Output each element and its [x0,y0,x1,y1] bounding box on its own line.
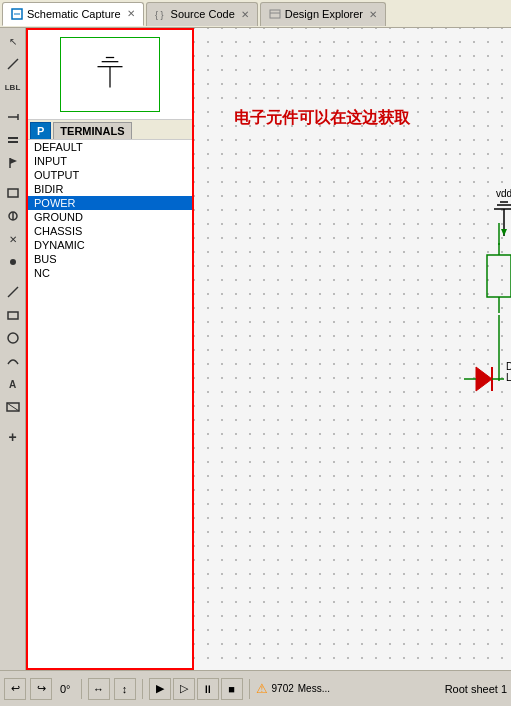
tab-schematic-close[interactable]: ✕ [127,8,135,19]
preview-area [28,30,192,120]
junction-tool-btn[interactable] [2,251,24,273]
vdd-label: vdd [489,188,511,199]
label-tool-btn[interactable]: LBL [2,76,24,98]
circle-tool-btn[interactable] [2,327,24,349]
play-btn[interactable]: ▶ [149,678,171,700]
main-area: ↖ LBL ✕ [0,28,511,706]
tab-schematic-label: Schematic Capture [27,8,121,20]
terminal-nc[interactable]: NC [28,266,192,280]
mirror-btn[interactable]: ↔ [88,678,110,700]
line-tool-btn[interactable] [2,281,24,303]
svg-marker-11 [10,158,17,164]
content-row: ↖ LBL ✕ [0,28,511,670]
design-icon [269,8,281,20]
sep3 [2,274,24,280]
preview-inner [60,37,160,112]
d1-label: D1 [506,361,511,372]
tab-design-close[interactable]: ✕ [369,9,377,20]
svg-line-5 [8,59,18,69]
tab-design[interactable]: Design Explorer ✕ [260,2,386,26]
undo-btn[interactable]: ↩ [4,678,26,700]
terminal-bidir[interactable]: BIDIR [28,182,192,196]
terminal-output[interactable]: OUTPUT [28,168,192,182]
terminal-list[interactable]: DEFAULT INPUT OUTPUT BIDIR POWER GROUND [28,140,192,668]
angle-display: 0° [56,683,75,695]
d1-value: LED-YELLOW [506,372,511,383]
tab-source[interactable]: { } Source Code ✕ [146,2,258,26]
type-tab-terminals[interactable]: TERMINALS [53,122,131,139]
svg-point-15 [10,259,16,265]
play-controls: ▶ ▷ ⏸ ■ [149,678,243,700]
svg-point-18 [8,333,18,343]
left-panel: P TERMINALS DEFAULT INPUT OUTPUT BIDIR [26,28,194,670]
left-toolbar: ↖ LBL ✕ [0,28,26,670]
terminal-power[interactable]: POWER [28,196,192,210]
tab-source-label: Source Code [171,8,235,20]
svg-text:{ }: { } [155,10,164,20]
sep1 [2,99,24,105]
tab-source-close[interactable]: ✕ [241,9,249,20]
flip-btn[interactable]: ↕ [114,678,136,700]
text-tool-btn[interactable]: A [2,373,24,395]
svg-marker-29 [501,229,507,236]
source-icon: { } [155,8,167,20]
rect-tool-btn[interactable] [2,304,24,326]
sep4 [2,419,24,425]
stop-btn[interactable]: ■ [221,678,243,700]
svg-line-16 [8,287,18,297]
tabs-bar: Schematic Capture ✕ { } Source Code ✕ De… [0,0,511,28]
wire-tool-btn[interactable] [2,53,24,75]
image-tool-btn[interactable] [2,396,24,418]
status-message: Mess... [298,683,330,694]
noconn-tool-btn[interactable]: ✕ [2,228,24,250]
terminal-default[interactable]: DEFAULT [28,140,192,154]
vdd-symbol-group: vdd [489,188,511,243]
terminal-chassis[interactable]: CHASSIS [28,224,192,238]
terminal-dynamic[interactable]: DYNAMIC [28,238,192,252]
pause-btn[interactable]: ⏸ [197,678,219,700]
bus-tool-btn[interactable] [2,129,24,151]
sep2 [2,175,24,181]
root-sheet-label: Root sheet 1 [445,683,507,695]
select-tool-btn[interactable]: ↖ [2,30,24,52]
redo-btn[interactable]: ↪ [30,678,52,700]
svg-rect-17 [8,312,18,319]
svg-marker-33 [476,367,492,391]
svg-rect-31 [487,255,511,297]
status-sep3 [249,679,250,699]
terminal-bus[interactable]: BUS [28,252,192,266]
vdd-symbol [489,201,511,241]
pin-tool-btn[interactable] [2,106,24,128]
terminal-ground[interactable]: GROUND [28,210,192,224]
tab-schematic[interactable]: Schematic Capture ✕ [2,2,144,26]
r1-group: R1 100 [477,243,511,315]
power-sym-tool-btn[interactable] [2,205,24,227]
d1-group: D1 LED-YELLOW [464,363,504,400]
warning-icon: ⚠ [256,681,268,696]
netflag-tool-btn[interactable] [2,152,24,174]
step-btn[interactable]: ▷ [173,678,195,700]
status-sep2 [142,679,143,699]
status-bar: ↩ ↪ 0° ↔ ↕ ▶ ▷ ⏸ ■ ⚠ 9702 Mess... Root s… [0,670,511,706]
warning-count: 9702 [272,683,294,694]
schematic-icon [11,8,23,20]
type-tab-p[interactable]: P [30,122,51,139]
arc-tool-btn[interactable] [2,350,24,372]
d1-symbol [464,363,504,398]
svg-rect-3 [270,10,280,18]
r1-symbol [477,243,511,313]
canvas-area[interactable]: 电子元件可以在这边获取 vdd [194,28,511,670]
status-sep1 [81,679,82,699]
chinese-label: 电子元件可以在这边获取 [234,108,410,129]
svg-line-20 [7,403,19,411]
type-tabs: P TERMINALS [28,120,192,140]
terminal-input[interactable]: INPUT [28,154,192,168]
add-tool-btn[interactable]: + [2,426,24,448]
tab-design-label: Design Explorer [285,8,363,20]
status-text: ⚠ 9702 Mess... [256,681,330,696]
svg-rect-12 [8,189,18,197]
component-tool-btn[interactable] [2,182,24,204]
